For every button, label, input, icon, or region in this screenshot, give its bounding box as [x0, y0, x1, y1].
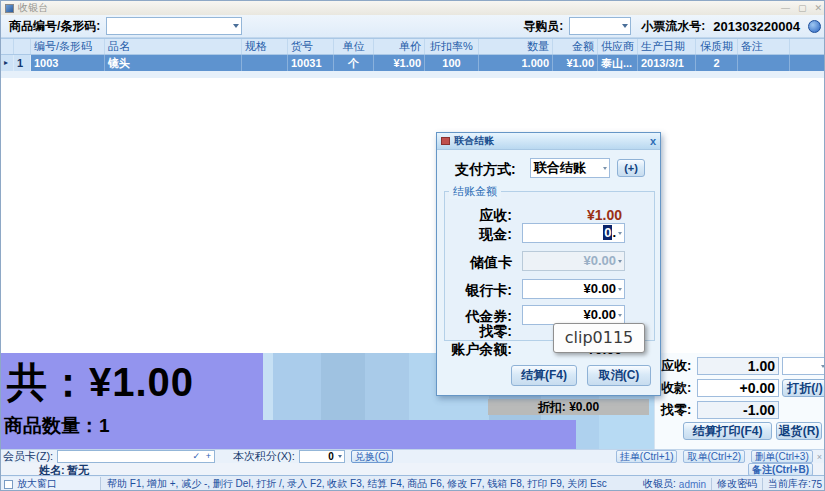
- cell-remark: [738, 55, 790, 71]
- panel-close-icon[interactable]: ×: [817, 452, 822, 462]
- plus-icon[interactable]: +: [206, 451, 211, 461]
- exchange-button[interactable]: 兑换(C): [351, 450, 393, 463]
- received-field[interactable]: +0.00: [697, 379, 779, 397]
- chevron-down-icon[interactable]: [603, 167, 607, 170]
- stored-card-value: ¥0.00: [583, 253, 616, 268]
- app-icon: [5, 4, 14, 13]
- member-name-row: 姓名: 暂无 备注(Ctrl+B): [1, 463, 825, 475]
- statusbar: 放大窗口 帮助 F1, 增加 +, 减少 -, 删行 Del, 打折 /, 录入…: [1, 475, 825, 491]
- maximize-icon[interactable]: ▢: [798, 3, 807, 13]
- total-value: ¥1.00: [89, 360, 194, 404]
- header-remark[interactable]: 备注: [738, 39, 790, 54]
- discount-button[interactable]: 打折(/): [782, 379, 825, 397]
- chevron-down-icon[interactable]: [618, 232, 622, 235]
- receipt-label: 小票流水号:: [641, 18, 705, 35]
- dialog-icon: [441, 137, 450, 145]
- row-number: 1: [14, 55, 31, 71]
- dialog-close-icon[interactable]: x: [650, 136, 656, 146]
- hold-order-button[interactable]: 挂单(Ctrl+1): [616, 450, 678, 463]
- grid-empty-strip: [1, 71, 825, 78]
- take-order-button[interactable]: 取单(Ctrl+2): [683, 450, 745, 463]
- header-supplier[interactable]: 供应商: [598, 39, 638, 54]
- dlg-change-label: 找零:: [447, 323, 512, 341]
- top-toolbar: 商品编号/条形码: 导购员: 小票流水号: 201303220004: [1, 15, 825, 38]
- barcode-label: 商品编号/条形码:: [9, 18, 100, 35]
- check-icon[interactable]: ✓: [193, 451, 201, 461]
- chevron-down-icon: [618, 260, 622, 263]
- header-qty[interactable]: 数量: [479, 39, 553, 54]
- qty-line: 商品数量：1: [4, 413, 110, 439]
- chevron-down-icon[interactable]: [821, 365, 825, 368]
- member-card-label: 会员卡(Z):: [3, 449, 53, 464]
- chevron-down-icon[interactable]: [618, 288, 622, 291]
- swirl-icon[interactable]: [808, 20, 821, 33]
- cell-itemno: 10031: [288, 55, 334, 71]
- delete-order-button[interactable]: 删单(Ctrl+3): [751, 450, 813, 463]
- table-row[interactable]: ▸ 1 1003 镜头 10031 个 ¥1.00 100 1.000 ¥1.0…: [1, 55, 825, 71]
- total-line: 共：¥1.00: [7, 355, 194, 410]
- payment-mini-combo[interactable]: [782, 357, 825, 375]
- group-label: 结账金额: [449, 184, 501, 199]
- cash-suffix: .: [612, 225, 616, 240]
- chevron-down-icon[interactable]: [618, 314, 622, 317]
- checkbox-icon[interactable]: [4, 480, 13, 489]
- cash-field[interactable]: 0.: [522, 223, 625, 243]
- cashier-label: 收银员:: [643, 477, 676, 491]
- chevron-down-icon[interactable]: [233, 24, 239, 28]
- voucher-field[interactable]: ¥0.00: [522, 305, 625, 325]
- settle-button[interactable]: 结算(F4): [511, 365, 577, 386]
- return-button[interactable]: 退货(R): [776, 422, 822, 440]
- zoom-window-toggle[interactable]: 放大窗口: [1, 477, 101, 491]
- points-field[interactable]: 0: [299, 450, 345, 463]
- change-field: -1.00: [697, 401, 779, 419]
- dlg-receivable-value: ¥1.00: [522, 207, 622, 223]
- change-label: 找零:: [661, 401, 697, 419]
- header-code[interactable]: 编号/条形码: [31, 39, 105, 54]
- barcode-input[interactable]: [107, 18, 241, 34]
- discount-value: ¥0.00: [569, 400, 599, 414]
- cash-label: 现金:: [447, 226, 512, 244]
- bank-card-field[interactable]: ¥0.00: [522, 279, 625, 299]
- change-password-link[interactable]: 修改密码: [717, 477, 757, 491]
- add-payment-button[interactable]: (+): [617, 159, 645, 177]
- purple-band: [263, 420, 576, 449]
- stored-card-label: 储值卡: [447, 254, 512, 272]
- shortcut-hints: 帮助 F1, 增加 +, 减少 -, 删行 Del, 打折 /, 录入 F2, …: [107, 477, 607, 491]
- chevron-down-icon[interactable]: [622, 24, 628, 28]
- stored-card-field: ¥0.00: [522, 251, 625, 271]
- cashier-value: admin: [679, 479, 706, 490]
- header-name[interactable]: 品名: [105, 39, 242, 54]
- header-marker: [1, 39, 14, 54]
- receivable-label: 应收:: [661, 357, 697, 375]
- pay-method-combo[interactable]: 联合结账: [530, 158, 610, 178]
- header-shelflife[interactable]: 保质期: [696, 39, 738, 54]
- guide-label: 导购员:: [523, 18, 563, 35]
- separator: [711, 478, 712, 490]
- header-itemno[interactable]: 货号: [288, 39, 334, 54]
- close-icon[interactable]: ✕: [814, 3, 822, 13]
- joint-settlement-dialog: 联合结账 x 支付方式: 联合结账 (+) 结账金额 应收: ¥1.00 现金:…: [436, 132, 661, 396]
- header-discount[interactable]: 折扣率%: [425, 39, 479, 54]
- member-card-combo[interactable]: ✓ +: [57, 450, 215, 463]
- receipt-number: 201303220004: [713, 19, 800, 34]
- header-price[interactable]: 单价: [374, 39, 425, 54]
- checkout-panel: 应收: 1.00 收款: +0.00 打折(/) 找零: -1.00 结算打印(…: [654, 353, 825, 449]
- header-proddate[interactable]: 生产日期: [638, 39, 696, 54]
- chevron-down-icon[interactable]: [338, 455, 342, 458]
- guide-input[interactable]: [570, 18, 630, 34]
- guide-combo[interactable]: [569, 17, 631, 35]
- dialog-titlebar[interactable]: 联合结账 x: [437, 133, 660, 150]
- settle-print-button[interactable]: 结算打印(F4): [683, 422, 772, 440]
- minimize-icon[interactable]: —: [781, 3, 790, 13]
- cancel-button[interactable]: 取消(C): [587, 365, 651, 386]
- header-filler: [790, 39, 825, 54]
- header-amount[interactable]: 金额: [553, 39, 598, 54]
- voucher-value: ¥0.00: [583, 307, 616, 322]
- header-unit[interactable]: 单位: [334, 39, 374, 54]
- stock-value: 75: [811, 479, 822, 490]
- discount-strip: 折扣: ¥0.00: [488, 399, 649, 415]
- row-marker: ▸: [1, 55, 14, 71]
- barcode-combo[interactable]: [106, 17, 242, 35]
- titlebar[interactable]: 收银台 — ▢ ✕: [1, 1, 825, 15]
- header-spec[interactable]: 规格: [242, 39, 288, 54]
